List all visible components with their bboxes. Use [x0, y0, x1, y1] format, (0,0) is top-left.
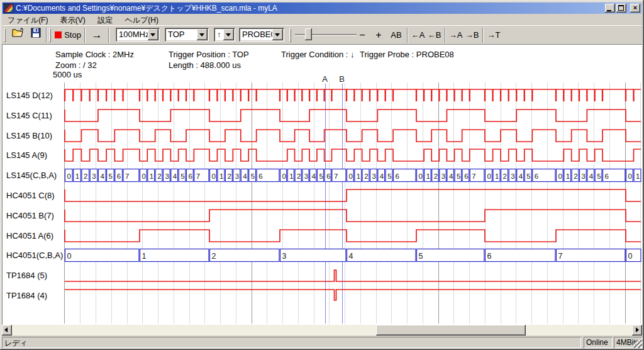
- svg-text:3: 3: [372, 172, 376, 180]
- toolbar-separator: [84, 28, 86, 43]
- trigger-probe-combo[interactable]: PROBE00: [239, 28, 284, 42]
- menu-item-settings[interactable]: 設定: [92, 14, 118, 25]
- svg-text:1: 1: [219, 172, 223, 180]
- close-button[interactable]: ×: [630, 4, 640, 13]
- waveform-plot[interactable]: AB01234567012345670123456012345670123456…: [2, 44, 642, 325]
- slider-handle[interactable]: [305, 28, 312, 40]
- run-button[interactable]: →: [87, 27, 106, 43]
- waveform-channel: [65, 230, 641, 242]
- svg-text:5: 5: [419, 252, 423, 261]
- toolbar: Stop → 100MHz TOP ↑ PROBE00 − + AB ←A: [3, 25, 641, 44]
- dropdown-arrow-icon[interactable]: [148, 29, 158, 40]
- trigger-position-combo[interactable]: TOP: [165, 28, 209, 42]
- dropdown-arrow-icon[interactable]: [272, 29, 283, 40]
- svg-text:1: 1: [150, 172, 153, 180]
- dropdown-arrow-icon[interactable]: [223, 29, 234, 40]
- svg-text:4: 4: [519, 172, 523, 180]
- svg-text:0: 0: [628, 172, 632, 180]
- svg-text:0: 0: [67, 172, 71, 180]
- waveform-channel: 0123456701234567012345601234567012345601…: [65, 169, 641, 182]
- toolbar-grip[interactable]: [289, 28, 291, 42]
- svg-text:4: 4: [173, 172, 177, 180]
- goto-trigger-button[interactable]: →T: [486, 27, 502, 43]
- svg-text:0: 0: [212, 172, 216, 180]
- dropdown-arrow-icon[interactable]: [197, 29, 208, 40]
- svg-text:3: 3: [441, 172, 445, 180]
- svg-text:0: 0: [558, 172, 562, 180]
- svg-text:3: 3: [282, 252, 287, 261]
- left-a-button[interactable]: ←A: [410, 27, 426, 43]
- horizontal-scrollbar[interactable]: [2, 325, 642, 336]
- toolbar-grip[interactable]: [49, 28, 51, 42]
- status-online: Online: [584, 337, 613, 348]
- grid-layer: [65, 82, 641, 324]
- svg-text:2: 2: [364, 172, 368, 180]
- zoom-slider[interactable]: [295, 28, 357, 42]
- scroll-left-button[interactable]: [2, 325, 12, 336]
- maximize-icon: [618, 5, 624, 11]
- slider-track[interactable]: [295, 34, 357, 36]
- toolbar-separator: [108, 28, 109, 43]
- svg-text:4: 4: [380, 172, 384, 180]
- window-title: C:¥Documents and Settings¥noname¥デスクトップ¥…: [16, 3, 604, 14]
- left-b-button[interactable]: ←B: [426, 27, 442, 43]
- svg-text:3: 3: [511, 172, 514, 180]
- svg-text:0: 0: [349, 172, 353, 180]
- svg-text:2: 2: [84, 172, 87, 180]
- zoom-in-button[interactable]: +: [371, 27, 386, 43]
- svg-text:4: 4: [312, 172, 316, 180]
- cursor-label: A: [322, 74, 328, 84]
- status-ready-text: レディ: [2, 337, 581, 348]
- save-button[interactable]: [27, 27, 44, 43]
- waveform-channel: [65, 290, 641, 300]
- right-a-button[interactable]: →A: [448, 27, 464, 43]
- titlebar[interactable]: C:¥Documents and Settings¥noname¥デスクトップ¥…: [3, 3, 641, 14]
- waveform-channel: [65, 189, 641, 201]
- stop-icon: [55, 31, 62, 38]
- toolbar-grip[interactable]: [4, 28, 6, 42]
- menu-item-view[interactable]: 表示(V): [55, 14, 91, 25]
- svg-text:2: 2: [297, 172, 301, 180]
- svg-text:6: 6: [189, 172, 192, 180]
- svg-text:6: 6: [396, 172, 399, 180]
- app-window: C:¥Documents and Settings¥noname¥デスクトップ¥…: [0, 0, 644, 350]
- scroll-left-icon: [4, 327, 8, 332]
- svg-text:4: 4: [349, 252, 353, 261]
- svg-text:4: 4: [100, 172, 104, 180]
- resize-grip[interactable]: [634, 340, 642, 348]
- right-b-button[interactable]: →B: [464, 27, 480, 43]
- maximize-button[interactable]: [616, 4, 626, 13]
- toolbar-separator: [482, 28, 484, 43]
- close-icon: ×: [633, 4, 637, 11]
- svg-text:2: 2: [434, 172, 438, 180]
- sample-clock-combo[interactable]: 100MHz: [116, 28, 160, 42]
- minimize-button[interactable]: [605, 4, 615, 13]
- run-arrow-icon: →: [92, 29, 103, 41]
- trigger-edge-combo[interactable]: ↑: [214, 28, 235, 42]
- svg-text:2: 2: [157, 172, 161, 180]
- trigger-position-value: TOP: [168, 30, 185, 39]
- cursor-label: B: [339, 74, 345, 84]
- svg-text:2: 2: [574, 172, 577, 180]
- open-button[interactable]: [9, 27, 26, 43]
- menu-item-file[interactable]: ファイル(F): [3, 14, 53, 25]
- svg-text:5: 5: [319, 172, 323, 180]
- ab-button[interactable]: AB: [387, 27, 405, 43]
- cursor-layer: AB: [322, 74, 345, 324]
- waveform-channel: [65, 130, 641, 142]
- stop-button[interactable]: Stop: [53, 27, 83, 43]
- svg-text:7: 7: [472, 172, 475, 180]
- svg-text:2: 2: [212, 252, 216, 261]
- scrollbar-thumb[interactable]: [376, 325, 526, 336]
- svg-text:5: 5: [597, 172, 601, 180]
- menu-item-help[interactable]: ヘルプ(H): [119, 14, 164, 25]
- zoom-out-button[interactable]: −: [355, 27, 370, 43]
- waveform-channel: [65, 89, 641, 101]
- svg-text:1: 1: [289, 172, 293, 180]
- svg-text:6: 6: [117, 172, 121, 180]
- toolbar-separator: [445, 28, 446, 43]
- scroll-right-button[interactable]: [632, 325, 642, 336]
- svg-text:6: 6: [326, 172, 330, 180]
- svg-text:3: 3: [235, 172, 239, 180]
- svg-text:5: 5: [387, 172, 391, 180]
